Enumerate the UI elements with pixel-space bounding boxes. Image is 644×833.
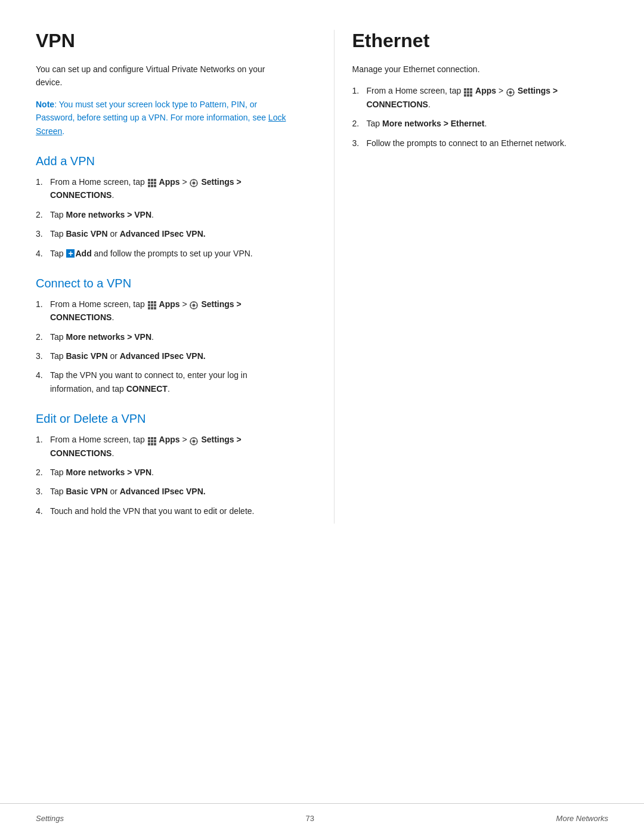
svg-rect-15 bbox=[148, 301, 150, 304]
page-footer: Settings 73 More Networks bbox=[0, 803, 644, 833]
svg-rect-17 bbox=[154, 301, 156, 304]
svg-rect-51 bbox=[464, 94, 466, 97]
svg-rect-18 bbox=[148, 304, 150, 306]
edit-step-1: From a Home screen, tap Apps > bbox=[36, 433, 292, 460]
edit-step-3: Tap Basic VPN or Advanced IPsec VPN. bbox=[36, 485, 292, 498]
svg-rect-22 bbox=[151, 307, 153, 309]
apps-label-3: Apps bbox=[159, 435, 180, 444]
edit-step-2: Tap More networks > VPN. bbox=[36, 466, 292, 479]
svg-rect-7 bbox=[151, 185, 153, 187]
apps-label-2: Apps bbox=[159, 299, 180, 309]
settings-icon bbox=[190, 178, 198, 186]
settings-connections-label-2: Settings > CONNECTIONS bbox=[50, 299, 242, 322]
svg-rect-30 bbox=[148, 437, 150, 439]
svg-rect-36 bbox=[148, 443, 150, 445]
svg-rect-31 bbox=[151, 437, 153, 439]
vpn-note: Note: You must set your screen lock type… bbox=[36, 98, 292, 138]
ethernet-intro: Manage your Ethernet connection. bbox=[352, 63, 609, 76]
footer-left: Settings bbox=[36, 814, 64, 823]
svg-rect-50 bbox=[470, 91, 472, 94]
svg-rect-38 bbox=[154, 443, 156, 445]
add-step-1: From a Home screen, tap Apps > bbox=[36, 175, 292, 202]
vpn-intro: You can set up and configure Virtual Pri… bbox=[36, 63, 292, 89]
settings-icon-2 bbox=[190, 300, 198, 308]
settings-connections-label: Settings > CONNECTIONS bbox=[50, 177, 242, 200]
edit-step-4: Touch and hold the VPN that you want to … bbox=[36, 504, 292, 518]
connect-vpn-title: Connect to a VPN bbox=[36, 277, 292, 290]
svg-rect-6 bbox=[148, 185, 150, 187]
svg-rect-49 bbox=[467, 91, 469, 94]
connect-step-1: From a Home screen, tap Apps > bbox=[36, 298, 292, 324]
svg-rect-47 bbox=[470, 88, 472, 91]
add-icon: + bbox=[66, 249, 75, 258]
svg-rect-2 bbox=[154, 179, 156, 181]
note-label: Note bbox=[36, 100, 54, 109]
settings-icon-4 bbox=[506, 87, 515, 95]
svg-rect-52 bbox=[467, 94, 469, 97]
eth-step-3: Follow the prompts to connect to an Ethe… bbox=[352, 137, 609, 150]
add-step-2: Tap More networks > VPN. bbox=[36, 208, 292, 221]
add-vpn-steps: From a Home screen, tap Apps > bbox=[36, 175, 292, 260]
svg-rect-48 bbox=[464, 91, 466, 94]
connect-step-3: Tap Basic VPN or Advanced IPsec VPN. bbox=[36, 349, 292, 363]
svg-rect-19 bbox=[151, 304, 153, 306]
vpn-title: VPN bbox=[36, 30, 292, 52]
edit-vpn-title: Edit or Delete a VPN bbox=[36, 412, 292, 426]
connect-step-4: Tap the VPN you want to connect to, ente… bbox=[36, 368, 292, 395]
add-step-3: Tap Basic VPN or Advanced IPsec VPN. bbox=[36, 227, 292, 240]
svg-rect-23 bbox=[154, 307, 156, 309]
ethernet-section: Ethernet Manage your Ethernet connection… bbox=[334, 30, 609, 524]
eth-step-1: From a Home screen, tap Apps > bbox=[352, 84, 609, 111]
apps-icon bbox=[148, 178, 156, 186]
svg-rect-0 bbox=[148, 179, 150, 181]
footer-right: More Networks bbox=[556, 814, 608, 823]
svg-rect-3 bbox=[148, 182, 150, 184]
svg-rect-1 bbox=[151, 179, 153, 181]
svg-point-10 bbox=[193, 182, 196, 185]
svg-rect-4 bbox=[151, 182, 153, 184]
svg-rect-20 bbox=[154, 304, 156, 306]
svg-rect-5 bbox=[154, 182, 156, 184]
connect-step-2: Tap More networks > VPN. bbox=[36, 330, 292, 343]
add-vpn-title: Add a VPN bbox=[36, 154, 292, 168]
svg-rect-32 bbox=[154, 437, 156, 439]
apps-icon-3 bbox=[148, 436, 156, 444]
vpn-section: VPN You can set up and configure Virtual… bbox=[36, 30, 310, 524]
ethernet-title: Ethernet bbox=[352, 30, 609, 52]
svg-rect-45 bbox=[464, 88, 466, 91]
footer-page-number: 73 bbox=[306, 814, 314, 823]
settings-icon-3 bbox=[190, 436, 198, 444]
add-step-4: Tap +Add and follow the prompts to set u… bbox=[36, 247, 292, 260]
svg-rect-8 bbox=[154, 185, 156, 187]
settings-connections-label-4: Settings > CONNECTIONS bbox=[367, 86, 558, 109]
edit-vpn-steps: From a Home screen, tap Apps > bbox=[36, 433, 292, 518]
svg-rect-16 bbox=[151, 301, 153, 304]
svg-point-55 bbox=[509, 91, 512, 94]
svg-point-25 bbox=[193, 304, 196, 307]
svg-rect-21 bbox=[148, 307, 150, 309]
settings-connections-label-3: Settings > CONNECTIONS bbox=[50, 435, 242, 457]
svg-rect-35 bbox=[154, 440, 156, 442]
connect-vpn-steps: From a Home screen, tap Apps > bbox=[36, 298, 292, 395]
apps-label-4: Apps bbox=[475, 86, 496, 95]
apps-icon-4 bbox=[464, 87, 472, 95]
ethernet-steps: From a Home screen, tap Apps > bbox=[352, 84, 609, 150]
svg-rect-53 bbox=[470, 94, 472, 97]
apps-icon-2 bbox=[148, 300, 156, 308]
apps-label: Apps bbox=[159, 177, 180, 187]
svg-rect-33 bbox=[148, 440, 150, 442]
eth-step-2: Tap More networks > Ethernet. bbox=[352, 117, 609, 130]
svg-rect-34 bbox=[151, 440, 153, 442]
svg-point-40 bbox=[193, 439, 196, 442]
svg-rect-46 bbox=[467, 88, 469, 91]
svg-rect-37 bbox=[151, 443, 153, 445]
